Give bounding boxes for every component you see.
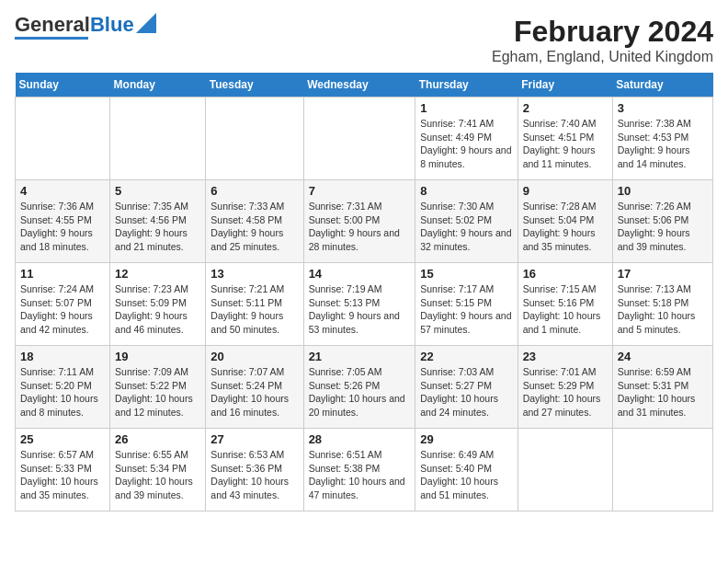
- day-detail: Sunrise: 7:30 AM Sunset: 5:02 PM Dayligh…: [420, 200, 512, 254]
- calendar-table: Sunday Monday Tuesday Wednesday Thursday…: [15, 73, 713, 511]
- day-detail: Sunrise: 7:19 AM Sunset: 5:13 PM Dayligh…: [309, 282, 411, 337]
- day-detail: Sunrise: 6:51 AM Sunset: 5:38 PM Dayligh…: [309, 448, 411, 502]
- calendar-cell-w2-d4: 8Sunrise: 7:30 AM Sunset: 5:02 PM Daylig…: [415, 180, 518, 263]
- calendar-cell-w2-d0: 4Sunrise: 7:36 AM Sunset: 4:55 PM Daylig…: [16, 180, 110, 263]
- calendar-cell-w3-d3: 14Sunrise: 7:19 AM Sunset: 5:13 PM Dayli…: [303, 263, 415, 346]
- calendar-cell-w5-d5: [518, 429, 612, 511]
- day-number: 2: [523, 101, 608, 115]
- calendar-cell-w3-d1: 12Sunrise: 7:23 AM Sunset: 5:09 PM Dayli…: [110, 263, 206, 346]
- calendar-cell-w2-d3: 7Sunrise: 7:31 AM Sunset: 5:00 PM Daylig…: [303, 180, 415, 263]
- page-title: February 2024: [492, 15, 713, 49]
- day-detail: Sunrise: 7:41 AM Sunset: 4:49 PM Dayligh…: [420, 117, 512, 171]
- day-detail: Sunrise: 7:31 AM Sunset: 5:00 PM Dayligh…: [309, 200, 411, 254]
- logo: GeneralBlue: [15, 15, 156, 40]
- header-thursday: Thursday: [415, 73, 518, 98]
- calendar-cell-w1-d1: [110, 98, 206, 180]
- page-header: GeneralBlue February 2024 Egham, England…: [15, 15, 713, 65]
- day-detail: Sunrise: 7:21 AM Sunset: 5:11 PM Dayligh…: [210, 282, 298, 337]
- header-tuesday: Tuesday: [206, 73, 303, 98]
- day-detail: Sunrise: 7:35 AM Sunset: 4:56 PM Dayligh…: [115, 200, 200, 254]
- calendar-cell-w4-d5: 23Sunrise: 7:01 AM Sunset: 5:29 PM Dayli…: [518, 346, 612, 429]
- day-number: 8: [420, 184, 512, 198]
- calendar-cell-w1-d0: [16, 98, 110, 180]
- calendar-cell-w3-d5: 16Sunrise: 7:15 AM Sunset: 5:16 PM Dayli…: [518, 263, 612, 346]
- day-number: 26: [115, 432, 200, 446]
- calendar-cell-w5-d0: 25Sunrise: 6:57 AM Sunset: 5:33 PM Dayli…: [16, 429, 110, 511]
- calendar-cell-w5-d1: 26Sunrise: 6:55 AM Sunset: 5:34 PM Dayli…: [110, 429, 206, 511]
- week-row-2: 4Sunrise: 7:36 AM Sunset: 4:55 PM Daylig…: [16, 180, 713, 263]
- day-number: 7: [309, 184, 411, 198]
- day-number: 25: [20, 432, 105, 446]
- day-detail: Sunrise: 7:33 AM Sunset: 4:58 PM Dayligh…: [210, 200, 298, 254]
- day-detail: Sunrise: 7:01 AM Sunset: 5:29 PM Dayligh…: [523, 365, 608, 419]
- header-friday: Friday: [518, 73, 612, 98]
- day-detail: Sunrise: 6:49 AM Sunset: 5:40 PM Dayligh…: [420, 448, 512, 502]
- week-row-1: 1Sunrise: 7:41 AM Sunset: 4:49 PM Daylig…: [16, 98, 713, 180]
- calendar-cell-w2-d1: 5Sunrise: 7:35 AM Sunset: 4:56 PM Daylig…: [110, 180, 206, 263]
- day-number: 15: [420, 267, 512, 281]
- day-detail: Sunrise: 6:55 AM Sunset: 5:34 PM Dayligh…: [115, 448, 200, 502]
- day-number: 1: [420, 101, 512, 115]
- logo-text: GeneralBlue: [15, 15, 134, 35]
- day-number: 22: [420, 350, 512, 363]
- day-number: 29: [420, 432, 512, 446]
- day-detail: Sunrise: 7:05 AM Sunset: 5:26 PM Dayligh…: [309, 365, 411, 419]
- day-detail: Sunrise: 7:36 AM Sunset: 4:55 PM Dayligh…: [20, 200, 105, 254]
- calendar-cell-w3-d2: 13Sunrise: 7:21 AM Sunset: 5:11 PM Dayli…: [206, 263, 303, 346]
- day-number: 11: [20, 267, 105, 281]
- day-detail: Sunrise: 7:28 AM Sunset: 5:04 PM Dayligh…: [523, 200, 608, 254]
- day-number: 5: [115, 184, 200, 198]
- calendar-cell-w5-d2: 27Sunrise: 6:53 AM Sunset: 5:36 PM Dayli…: [206, 429, 303, 511]
- calendar-cell-w4-d2: 20Sunrise: 7:07 AM Sunset: 5:24 PM Dayli…: [206, 346, 303, 429]
- day-number: 21: [309, 350, 411, 363]
- day-number: 27: [210, 432, 298, 446]
- calendar-cell-w1-d5: 2Sunrise: 7:40 AM Sunset: 4:51 PM Daylig…: [518, 98, 612, 180]
- calendar-cell-w1-d4: 1Sunrise: 7:41 AM Sunset: 4:49 PM Daylig…: [415, 98, 518, 180]
- header-saturday: Saturday: [612, 73, 712, 98]
- calendar-cell-w1-d2: [206, 98, 303, 180]
- day-number: 20: [210, 350, 298, 363]
- day-detail: Sunrise: 7:13 AM Sunset: 5:18 PM Dayligh…: [618, 282, 708, 337]
- calendar-cell-w3-d4: 15Sunrise: 7:17 AM Sunset: 5:15 PM Dayli…: [415, 263, 518, 346]
- day-number: 19: [115, 350, 200, 363]
- day-detail: Sunrise: 7:17 AM Sunset: 5:15 PM Dayligh…: [420, 282, 512, 337]
- day-number: 6: [210, 184, 298, 198]
- day-number: 10: [618, 184, 708, 198]
- calendar-cell-w1-d3: [303, 98, 415, 180]
- calendar-cell-w4-d3: 21Sunrise: 7:05 AM Sunset: 5:26 PM Dayli…: [303, 346, 415, 429]
- page-subtitle: Egham, England, United Kingdom: [492, 49, 713, 65]
- logo-arrow-icon: [136, 13, 156, 33]
- calendar-cell-w5-d6: [612, 429, 712, 511]
- day-detail: Sunrise: 7:07 AM Sunset: 5:24 PM Dayligh…: [210, 365, 298, 419]
- calendar-cell-w4-d1: 19Sunrise: 7:09 AM Sunset: 5:22 PM Dayli…: [110, 346, 206, 429]
- day-detail: Sunrise: 6:57 AM Sunset: 5:33 PM Dayligh…: [20, 448, 105, 502]
- day-detail: Sunrise: 6:53 AM Sunset: 5:36 PM Dayligh…: [210, 448, 298, 502]
- calendar-cell-w3-d0: 11Sunrise: 7:24 AM Sunset: 5:07 PM Dayli…: [16, 263, 110, 346]
- calendar-header-row: Sunday Monday Tuesday Wednesday Thursday…: [16, 73, 713, 98]
- calendar-cell-w5-d3: 28Sunrise: 6:51 AM Sunset: 5:38 PM Dayli…: [303, 429, 415, 511]
- svg-marker-0: [136, 13, 156, 33]
- day-detail: Sunrise: 7:11 AM Sunset: 5:20 PM Dayligh…: [20, 365, 105, 419]
- day-number: 23: [523, 350, 608, 363]
- day-detail: Sunrise: 7:23 AM Sunset: 5:09 PM Dayligh…: [115, 282, 200, 337]
- week-row-4: 18Sunrise: 7:11 AM Sunset: 5:20 PM Dayli…: [16, 346, 713, 429]
- day-detail: Sunrise: 7:38 AM Sunset: 4:53 PM Dayligh…: [618, 117, 708, 171]
- calendar-cell-w1-d6: 3Sunrise: 7:38 AM Sunset: 4:53 PM Daylig…: [612, 98, 712, 180]
- calendar-cell-w2-d5: 9Sunrise: 7:28 AM Sunset: 5:04 PM Daylig…: [518, 180, 612, 263]
- day-detail: Sunrise: 7:40 AM Sunset: 4:51 PM Dayligh…: [523, 117, 608, 171]
- day-detail: Sunrise: 7:26 AM Sunset: 5:06 PM Dayligh…: [618, 200, 708, 254]
- week-row-5: 25Sunrise: 6:57 AM Sunset: 5:33 PM Dayli…: [16, 429, 713, 511]
- week-row-3: 11Sunrise: 7:24 AM Sunset: 5:07 PM Dayli…: [16, 263, 713, 346]
- header-monday: Monday: [110, 73, 206, 98]
- header-sunday: Sunday: [16, 73, 110, 98]
- day-number: 17: [618, 267, 708, 281]
- day-number: 13: [210, 267, 298, 281]
- day-detail: Sunrise: 7:15 AM Sunset: 5:16 PM Dayligh…: [523, 282, 608, 337]
- calendar-cell-w4-d6: 24Sunrise: 6:59 AM Sunset: 5:31 PM Dayli…: [612, 346, 712, 429]
- calendar-cell-w4-d4: 22Sunrise: 7:03 AM Sunset: 5:27 PM Dayli…: [415, 346, 518, 429]
- day-number: 16: [523, 267, 608, 281]
- logo-part2: Blue: [90, 13, 134, 36]
- calendar-cell-w4-d0: 18Sunrise: 7:11 AM Sunset: 5:20 PM Dayli…: [16, 346, 110, 429]
- calendar-cell-w5-d4: 29Sunrise: 6:49 AM Sunset: 5:40 PM Dayli…: [415, 429, 518, 511]
- calendar-cell-w2-d6: 10Sunrise: 7:26 AM Sunset: 5:06 PM Dayli…: [612, 180, 712, 263]
